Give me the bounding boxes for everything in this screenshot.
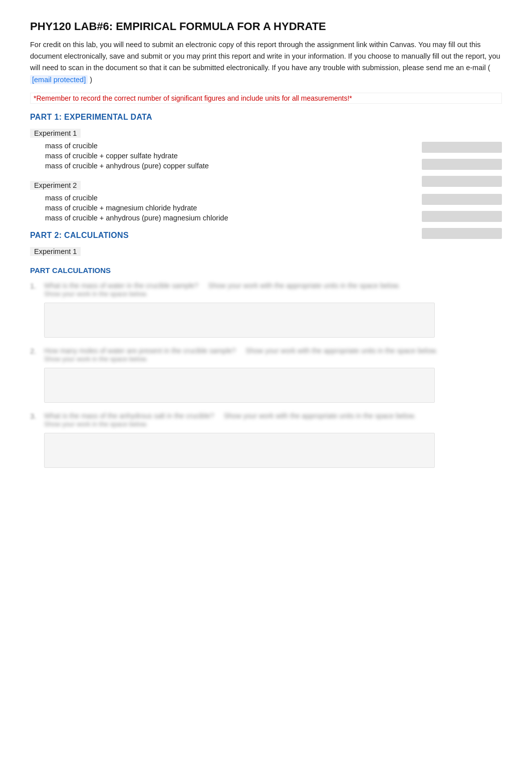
calc2-question: How many moles of water are present in t… — [44, 347, 437, 363]
exp1-item2-text: mass of crucible + copper sulfate hydrat… — [45, 152, 178, 160]
exp2-item2-text: mass of crucible + magnesium chloride hy… — [45, 204, 197, 212]
part1-title: PART 1: EXPERIMENTAL DATA — [30, 113, 502, 122]
exp2-input2[interactable] — [422, 211, 502, 222]
page-title: PHY120 LAB#6: EMPIRICAL FORMULA FOR A HY… — [30, 20, 502, 33]
calculations-section: 1. What is the mass of water in the cruc… — [30, 282, 502, 468]
exp1-item1-text: mass of crucible — [45, 142, 98, 150]
experiment1-label: Experiment 1 — [30, 129, 81, 138]
reminder-text: *Remember to record the correct number o… — [30, 93, 502, 104]
exp1-input1[interactable] — [422, 142, 502, 153]
calc-item3: 3. What is the mass of the anhydrous sal… — [30, 412, 502, 468]
calc2-answer-box[interactable] — [44, 368, 435, 403]
intro-text-after-email: ) — [90, 76, 92, 84]
experiment2-section: Experiment 2 mass of crucible mass of cr… — [30, 179, 502, 222]
email-link[interactable]: [email protected] — [30, 75, 88, 84]
calc-item2: 2. How many moles of water are present i… — [30, 347, 502, 403]
intro-text-before-email: For credit on this lab, you will need to… — [30, 41, 500, 72]
exp2-input3[interactable] — [422, 228, 502, 239]
exp1-item3-text: mass of crucible + anhydrous (pure) copp… — [45, 162, 209, 170]
experiment2-label: Experiment 2 — [30, 181, 81, 190]
part-calculations-label: PART CALCULATIONS — [30, 266, 502, 275]
exp1-input2[interactable] — [422, 159, 502, 170]
calc3-question: What is the mass of the anhydrous salt i… — [44, 412, 416, 428]
part2-experiment-label: Experiment 1 — [30, 247, 81, 256]
calc1-question: What is the mass of water in the crucibl… — [44, 282, 400, 298]
exp2-item1-text: mass of crucible — [45, 194, 98, 202]
calc1-answer-box[interactable] — [44, 303, 435, 338]
calc3-answer-box[interactable] — [44, 433, 435, 468]
calc-item1: 1. What is the mass of water in the cruc… — [30, 282, 502, 338]
experiment1-section: Experiment 1 mass of crucible mass of cr… — [30, 127, 502, 170]
exp2-input1[interactable] — [422, 194, 502, 205]
intro-paragraph: For credit on this lab, you will need to… — [30, 39, 502, 86]
calc2-number: 2. — [30, 347, 44, 355]
calc1-number: 1. — [30, 282, 44, 290]
exp2-item3-text: mass of crucible + anhydrous (pure) magn… — [45, 214, 228, 222]
calc3-number: 3. — [30, 412, 44, 420]
